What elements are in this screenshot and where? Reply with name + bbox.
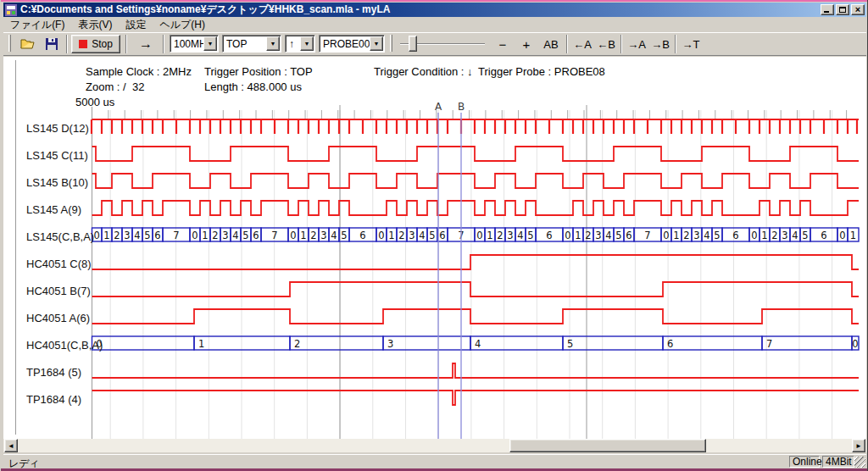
bus-value: 5 <box>242 230 248 241</box>
waveform-line <box>92 391 860 405</box>
bus-value: 2 <box>771 230 777 241</box>
horizontal-scrollbar[interactable]: ◄ ► <box>3 439 866 452</box>
bus-value: 5 <box>341 230 347 241</box>
cursor-b-label: B <box>458 101 465 113</box>
bus-value: 1 <box>388 230 394 241</box>
bus-value: 3 <box>320 230 326 241</box>
bus-value: 5 <box>802 230 808 241</box>
bus-value: 3 <box>124 230 130 241</box>
bus-value: 2 <box>585 230 591 241</box>
bus-value: 3 <box>387 338 393 350</box>
bus-value: 0 <box>94 230 100 241</box>
bus-value: 4 <box>419 230 425 241</box>
cursor-a-label: A <box>435 101 442 113</box>
bus-value: 0 <box>476 230 482 241</box>
bus-value: 1 <box>198 338 204 350</box>
bus-value: 5 <box>567 338 573 350</box>
waveform-line <box>92 201 860 215</box>
bus-value: 6 <box>359 230 365 241</box>
bus-value: 5 <box>144 230 150 241</box>
status-bar: レディ Online 4MBit <box>3 454 866 468</box>
bus-value: 6 <box>626 230 632 241</box>
scroll-left-arrow-icon[interactable]: ◄ <box>4 439 18 452</box>
bus-value: 5 <box>615 230 621 241</box>
waveform-plot[interactable]: 0123456701234567012345601234567012345601… <box>1 0 868 471</box>
waveform-line <box>92 363 860 378</box>
app-window: C:¥Documents and Settings¥noname¥デスクトップ¥… <box>0 0 868 471</box>
scroll-right-arrow-icon[interactable]: ► <box>852 439 865 452</box>
bus-value: 0 <box>378 230 384 241</box>
bus-value: 0 <box>290 230 296 241</box>
bus-value: 5 <box>714 230 720 241</box>
bus-value: 0 <box>852 338 858 350</box>
bus-value: 4 <box>517 230 523 241</box>
bus-value: 6 <box>253 230 259 241</box>
bus-value: 5 <box>429 230 435 241</box>
bus-value: 4 <box>331 230 337 241</box>
bus-value: 1 <box>202 230 208 241</box>
bus-value: 1 <box>850 230 856 241</box>
bus-value: 3 <box>409 230 415 241</box>
bus-value: 4 <box>704 230 709 241</box>
scrollbar-thumb[interactable] <box>509 439 706 452</box>
bus-value: 2 <box>398 230 404 241</box>
bus-value: 6 <box>439 230 445 241</box>
bus-value: 4 <box>605 230 611 241</box>
bus-cell <box>663 336 762 350</box>
status-memory-badge: 4MBit <box>822 456 854 468</box>
bus-value: 3 <box>782 230 787 241</box>
bus-value: 7 <box>173 230 179 241</box>
bus-value: 3 <box>693 230 699 241</box>
bus-value: 0 <box>663 230 669 241</box>
bus-value: 1 <box>761 230 767 241</box>
bus-value: 6 <box>732 230 738 241</box>
bus-value: 7 <box>271 230 277 241</box>
waveform-workspace[interactable]: Sample Clock : 2MHz Trigger Position : T… <box>3 57 866 439</box>
bus-cell <box>290 336 383 350</box>
waveform-line <box>92 174 860 188</box>
bus-value: 1 <box>673 230 679 241</box>
bus-cell <box>563 336 663 350</box>
bus-value: 1 <box>103 230 109 241</box>
bus-value: 2 <box>497 230 503 241</box>
bus-value: 3 <box>595 230 601 241</box>
bus-value: 6 <box>546 230 552 241</box>
bus-value: 7 <box>766 338 772 350</box>
bus-cell <box>383 336 470 350</box>
bus-value: 2 <box>310 230 316 241</box>
bus-value: 3 <box>222 230 228 241</box>
waveform-line <box>92 309 860 324</box>
bus-value: 6 <box>667 338 673 350</box>
bus-value: 2 <box>114 230 120 241</box>
waveform-line <box>92 282 860 296</box>
bus-value: 0 <box>192 230 198 241</box>
bus-value: 1 <box>487 230 492 241</box>
bus-value: 2 <box>212 230 218 241</box>
bus-value: 6 <box>154 230 160 241</box>
bus-cell <box>762 336 852 350</box>
bus-value: 2 <box>683 230 689 241</box>
bus-value: 3 <box>507 230 513 241</box>
waveform-line <box>92 255 860 269</box>
resize-grip[interactable] <box>854 457 865 468</box>
bus-value: 4 <box>134 230 140 241</box>
waveform-line <box>92 147 860 161</box>
bus-value: 1 <box>300 230 306 241</box>
status-online-badge: Online <box>789 456 820 468</box>
bus-cell <box>470 336 563 350</box>
bus-value: 4 <box>232 230 238 241</box>
bus-value: 0 <box>839 230 845 241</box>
bus-value: 7 <box>644 230 650 241</box>
bus-value: 1 <box>575 230 581 241</box>
bus-value: 4 <box>792 230 798 241</box>
bus-value: 4 <box>475 338 481 350</box>
bus-value: 0 <box>97 338 103 350</box>
bus-value: 2 <box>294 338 300 350</box>
bus-value: 0 <box>565 230 570 241</box>
bus-value: 0 <box>751 230 757 241</box>
bus-value: 5 <box>527 230 533 241</box>
bus-value: 6 <box>821 230 826 241</box>
